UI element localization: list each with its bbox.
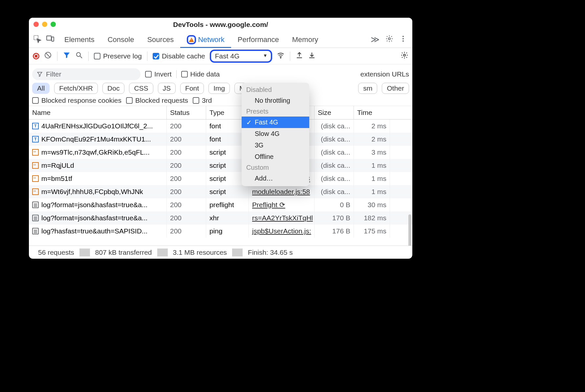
svg-point-6 bbox=[402, 40, 404, 42]
table-row[interactable]: m=Wt6vjf,hhhU8,FCpbqb,WhJNk200scriptmodu… bbox=[29, 185, 412, 198]
close-button[interactable] bbox=[33, 22, 39, 27]
tab-elements[interactable]: Elements bbox=[58, 32, 101, 48]
script-icon bbox=[32, 149, 39, 156]
filter-type-other[interactable]: Other bbox=[382, 83, 409, 94]
throttling-dropdown: DisabledNo throttlingPresetsFast 4GSlow … bbox=[242, 83, 309, 186]
search-icon[interactable] bbox=[75, 51, 83, 61]
table-row[interactable]: TKFOmCnqEu92Fr1Mu4mxKKTU1...200fontn3:(d… bbox=[29, 133, 412, 146]
table-row[interactable]: T4UaRrENHsxJlGDuGo1OIlJfC6l_2...200fontn… bbox=[29, 120, 412, 133]
table-row[interactable]: m=ws9Tlc,n73qwf,GkRiKb,e5qFL...200script… bbox=[29, 146, 412, 159]
menu-group-label: Presets bbox=[242, 106, 309, 117]
tab-memory[interactable]: Memory bbox=[286, 32, 325, 48]
filter-type-css[interactable]: CSS bbox=[129, 83, 153, 94]
filter-type-img[interactable]: Img bbox=[208, 83, 230, 94]
hide-data-checkbox[interactable]: Hide data bbox=[181, 70, 220, 78]
filter-type-font[interactable]: Font bbox=[180, 83, 204, 94]
script-icon bbox=[32, 188, 39, 195]
disable-cache-checkbox[interactable]: Disable cache bbox=[153, 52, 205, 60]
ext-urls-label: extension URLs bbox=[360, 70, 409, 78]
script-icon bbox=[32, 175, 39, 182]
throttling-select[interactable]: Fast 4G bbox=[210, 50, 272, 63]
col-status[interactable]: Status bbox=[167, 106, 206, 119]
network-settings-icon[interactable] bbox=[401, 51, 408, 61]
menu-item[interactable]: Offline bbox=[242, 151, 309, 163]
menu-group-label: Disabled bbox=[242, 85, 309, 95]
table-row[interactable]: m=RqjULd200script58(disk ca...1 ms bbox=[29, 159, 412, 172]
more-tabs-icon[interactable]: ≫ bbox=[371, 34, 379, 45]
filter-input[interactable]: Filter bbox=[32, 68, 141, 80]
kebab-icon[interactable] bbox=[399, 35, 407, 45]
status-requests: 56 requests bbox=[33, 249, 79, 256]
network-conditions-icon[interactable] bbox=[277, 51, 285, 61]
preserve-log-checkbox[interactable]: Preserve log bbox=[94, 52, 142, 60]
menu-item[interactable]: Slow 4G bbox=[242, 128, 309, 140]
devtools-window: DevTools - www.google.com/ Elements Cons… bbox=[29, 18, 412, 259]
svg-rect-2 bbox=[52, 37, 54, 41]
requests-table: Name Status Type Size Time T4UaRrENHsxJl… bbox=[29, 106, 412, 246]
titlebar: DevTools - www.google.com/ bbox=[29, 18, 412, 32]
table-row[interactable]: log?format=json&hasfast=true&a...200pref… bbox=[29, 198, 412, 211]
table-row[interactable]: log?format=json&hasfast=true&a...200xhrr… bbox=[29, 211, 412, 225]
third-party-checkbox[interactable]: 3rd bbox=[193, 97, 212, 104]
table-row[interactable]: m=bm51tf200scriptmoduleloader.js:58(disk… bbox=[29, 172, 412, 185]
funnel-icon bbox=[37, 71, 43, 77]
vertical-scrollbar[interactable] bbox=[408, 214, 411, 246]
font-icon: T bbox=[32, 123, 39, 129]
tab-sources[interactable]: Sources bbox=[141, 32, 180, 48]
panel-tabs: Elements Console Sources Network Perform… bbox=[29, 32, 412, 48]
filter-bar: Filter Invert Hide data extension URLs A… bbox=[29, 64, 412, 106]
filter-type-sm[interactable]: sm bbox=[358, 83, 377, 94]
doc-icon bbox=[32, 228, 39, 234]
svg-point-8 bbox=[76, 53, 80, 56]
settings-icon[interactable] bbox=[385, 35, 393, 45]
col-time[interactable]: Time bbox=[354, 106, 390, 119]
status-transferred: 807 kB transferred bbox=[90, 249, 157, 256]
inspect-icon[interactable] bbox=[33, 34, 41, 45]
svg-point-10 bbox=[403, 54, 405, 56]
blocked-resp-checkbox[interactable]: Blocked response cookies bbox=[32, 97, 121, 104]
svg-rect-1 bbox=[47, 36, 51, 40]
network-toolbar: Preserve log Disable cache Fast 4G bbox=[29, 48, 412, 64]
window-title: DevTools - www.google.com/ bbox=[173, 21, 268, 29]
filter-icon[interactable] bbox=[63, 51, 71, 61]
tab-performance[interactable]: Performance bbox=[231, 32, 286, 48]
status-finish: Finish: 34.65 s bbox=[243, 249, 298, 256]
minimize-button[interactable] bbox=[42, 22, 47, 27]
table-row[interactable]: log?hasfast=true&auth=SAPISID...200pingj… bbox=[29, 225, 412, 238]
menu-item[interactable]: 3G bbox=[242, 140, 309, 151]
menu-item[interactable]: Add… bbox=[242, 173, 309, 184]
blocked-req-checkbox[interactable]: Blocked requests bbox=[126, 97, 188, 104]
col-name[interactable]: Name bbox=[29, 106, 167, 119]
menu-group-label: Custom bbox=[242, 163, 309, 173]
filter-type-doc[interactable]: Doc bbox=[102, 83, 124, 94]
svg-point-3 bbox=[388, 38, 390, 40]
col-size[interactable]: Size bbox=[314, 106, 354, 119]
maximize-button[interactable] bbox=[51, 22, 56, 27]
doc-icon bbox=[32, 215, 39, 221]
svg-point-5 bbox=[402, 38, 404, 39]
upload-har-icon[interactable] bbox=[295, 51, 303, 61]
filter-type-all[interactable]: All bbox=[32, 83, 50, 94]
clear-icon[interactable] bbox=[44, 51, 52, 61]
font-icon: T bbox=[32, 136, 39, 142]
tab-console[interactable]: Console bbox=[101, 32, 141, 48]
svg-point-4 bbox=[402, 36, 404, 37]
warning-icon bbox=[187, 35, 196, 44]
invert-checkbox[interactable]: Invert bbox=[145, 70, 172, 78]
device-icon[interactable] bbox=[46, 34, 54, 45]
status-resources: 3.1 MB resources bbox=[168, 249, 232, 256]
filter-type-fetch[interactable]: Fetch/XHR bbox=[54, 83, 98, 94]
table-header: Name Status Type Size Time bbox=[29, 106, 412, 120]
menu-item[interactable]: No throttling bbox=[242, 95, 309, 106]
menu-item[interactable]: Fast 4G bbox=[242, 117, 309, 128]
traffic-lights bbox=[33, 22, 56, 27]
download-har-icon[interactable] bbox=[308, 51, 316, 61]
svg-point-9 bbox=[280, 57, 281, 58]
record-button[interactable] bbox=[33, 53, 39, 59]
doc-icon bbox=[32, 202, 39, 208]
script-icon bbox=[32, 162, 39, 169]
status-bar: 56 requests 807 kB transferred 3.1 MB re… bbox=[29, 246, 412, 259]
type-filter-row: All Fetch/XHR Doc CSS JS Font Img Media … bbox=[32, 81, 409, 95]
tab-network[interactable]: Network bbox=[180, 32, 231, 48]
filter-type-js[interactable]: JS bbox=[158, 83, 176, 94]
